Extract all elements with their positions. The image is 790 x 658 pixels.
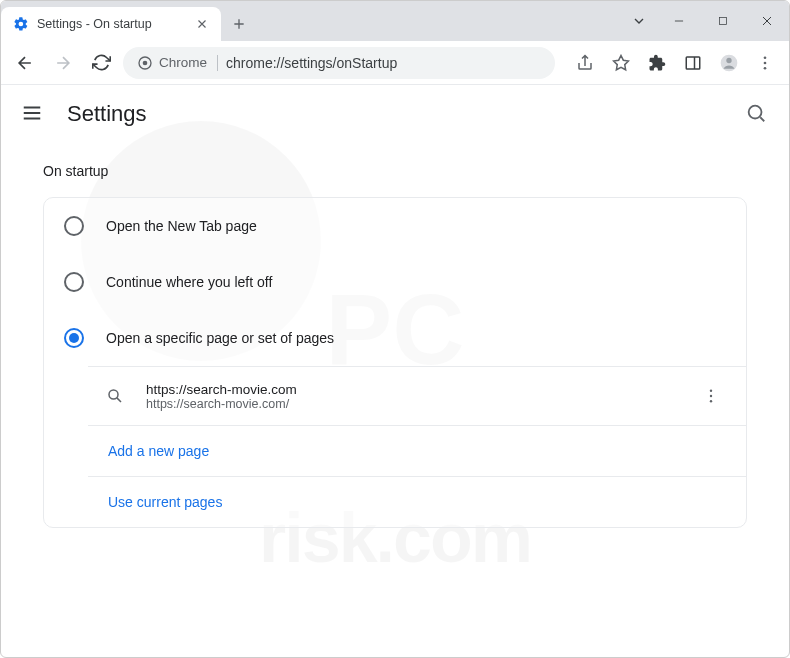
option-specific-pages[interactable]: Open a specific page or set of pages xyxy=(44,310,746,366)
page-title: Settings xyxy=(67,101,147,127)
sidepanel-button[interactable] xyxy=(677,47,709,79)
svg-line-14 xyxy=(760,117,764,121)
gear-icon xyxy=(13,16,29,32)
back-button[interactable] xyxy=(9,47,41,79)
new-tab-button[interactable] xyxy=(221,7,257,41)
radio-icon[interactable] xyxy=(64,272,84,292)
svg-point-7 xyxy=(764,56,767,59)
svg-rect-0 xyxy=(720,18,727,25)
startup-page-row: https://search-movie.com https://search-… xyxy=(88,367,746,425)
radio-icon[interactable] xyxy=(64,216,84,236)
startup-page-url: https://search-movie.com/ xyxy=(146,397,678,411)
close-window-button[interactable] xyxy=(745,1,789,41)
option-label: Open a specific page or set of pages xyxy=(106,330,334,346)
browser-tab[interactable]: Settings - On startup xyxy=(1,7,221,41)
radio-icon[interactable] xyxy=(64,328,84,348)
svg-point-18 xyxy=(710,395,712,397)
svg-point-17 xyxy=(710,390,712,392)
svg-line-16 xyxy=(117,398,121,402)
add-page-link[interactable]: Add a new page xyxy=(108,443,209,459)
search-icon xyxy=(106,387,128,405)
svg-point-13 xyxy=(749,106,762,119)
search-button[interactable] xyxy=(745,102,769,126)
add-new-page-row[interactable]: Add a new page xyxy=(88,425,746,476)
window-controls xyxy=(621,1,789,41)
tab-title: Settings - On startup xyxy=(37,17,187,31)
site-chip-label: Chrome xyxy=(159,55,207,70)
maximize-button[interactable] xyxy=(701,1,745,41)
window-titlebar: Settings - On startup xyxy=(1,1,789,41)
option-continue[interactable]: Continue where you left off xyxy=(44,254,746,310)
chrome-menu-button[interactable] xyxy=(749,47,781,79)
tab-search-button[interactable] xyxy=(621,13,657,29)
svg-point-9 xyxy=(764,66,767,69)
option-label: Continue where you left off xyxy=(106,274,272,290)
site-chip: Chrome xyxy=(137,55,218,71)
startup-card: Open the New Tab page Continue where you… xyxy=(43,197,747,528)
menu-button[interactable] xyxy=(21,102,45,126)
svg-point-19 xyxy=(710,400,712,402)
url-text: chrome://settings/onStartup xyxy=(226,55,397,71)
share-button[interactable] xyxy=(569,47,601,79)
startup-page-title: https://search-movie.com xyxy=(146,382,678,397)
svg-point-15 xyxy=(109,390,118,399)
svg-point-2 xyxy=(143,60,148,65)
section-title: On startup xyxy=(43,163,747,179)
use-current-link[interactable]: Use current pages xyxy=(108,494,222,510)
svg-point-8 xyxy=(764,61,767,64)
settings-header: Settings xyxy=(1,85,789,143)
profile-button[interactable] xyxy=(713,47,745,79)
settings-content: On startup Open the New Tab page Continu… xyxy=(1,143,789,548)
address-bar[interactable]: Chrome chrome://settings/onStartup xyxy=(123,47,555,79)
option-new-tab[interactable]: Open the New Tab page xyxy=(44,198,746,254)
use-current-pages-row[interactable]: Use current pages xyxy=(88,476,746,527)
option-label: Open the New Tab page xyxy=(106,218,257,234)
svg-point-6 xyxy=(726,57,731,62)
page-more-button[interactable] xyxy=(696,381,726,411)
browser-toolbar: Chrome chrome://settings/onStartup xyxy=(1,41,789,85)
extensions-button[interactable] xyxy=(641,47,673,79)
bookmark-button[interactable] xyxy=(605,47,637,79)
minimize-button[interactable] xyxy=(657,1,701,41)
startup-pages-list: https://search-movie.com https://search-… xyxy=(88,366,746,527)
close-tab-icon[interactable] xyxy=(195,17,209,31)
svg-rect-3 xyxy=(686,57,700,69)
reload-button[interactable] xyxy=(85,47,117,79)
forward-button[interactable] xyxy=(47,47,79,79)
